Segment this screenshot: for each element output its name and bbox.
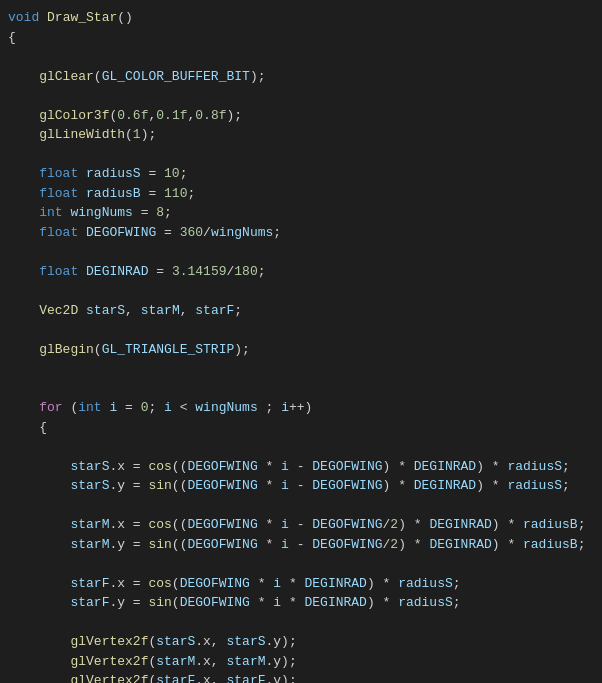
code-line: float radiusS = 10; — [0, 164, 602, 184]
code-line: { — [0, 418, 602, 438]
code-line: glClear(GL_COLOR_BUFFER_BIT); — [0, 67, 602, 87]
code-line: starM.y = sin((DEGOFWING * i - DEGOFWING… — [0, 535, 602, 555]
code-line: int wingNums = 8; — [0, 203, 602, 223]
code-line: starS.x = cos((DEGOFWING * i - DEGOFWING… — [0, 457, 602, 477]
code-line — [0, 145, 602, 165]
code-line: glVertex2f(starM.x, starM.y); — [0, 652, 602, 672]
code-line — [0, 554, 602, 574]
code-line — [0, 86, 602, 106]
code-line: glVertex2f(starS.x, starS.y); — [0, 632, 602, 652]
code-line — [0, 281, 602, 301]
code-line: starF.x = cos(DEGOFWING * i * DEGINRAD) … — [0, 574, 602, 594]
code-line — [0, 242, 602, 262]
code-line: starM.x = cos((DEGOFWING * i - DEGOFWING… — [0, 515, 602, 535]
code-line: glLineWidth(1); — [0, 125, 602, 145]
code-line — [0, 437, 602, 457]
code-line: glColor3f(0.6f,0.1f,0.8f); — [0, 106, 602, 126]
code-line: float DEGINRAD = 3.14159/180; — [0, 262, 602, 282]
code-line: starS.y = sin((DEGOFWING * i - DEGOFWING… — [0, 476, 602, 496]
code-line: { — [0, 28, 602, 48]
code-editor: void Draw_Star(){ glClear(GL_COLOR_BUFFE… — [0, 0, 602, 683]
code-line: for (int i = 0; i < wingNums ; i++) — [0, 398, 602, 418]
code-line: void Draw_Star() — [0, 8, 602, 28]
code-line: Vec2D starS, starM, starF; — [0, 301, 602, 321]
code-line — [0, 359, 602, 379]
code-line — [0, 613, 602, 633]
code-line: glVertex2f(starF.x, starF.y); — [0, 671, 602, 683]
code-line — [0, 496, 602, 516]
code-line: glBegin(GL_TRIANGLE_STRIP); — [0, 340, 602, 360]
code-line — [0, 47, 602, 67]
code-line: float DEGOFWING = 360/wingNums; — [0, 223, 602, 243]
code-line — [0, 320, 602, 340]
code-line: float radiusB = 110; — [0, 184, 602, 204]
code-line — [0, 379, 602, 399]
code-line: starF.y = sin(DEGOFWING * i * DEGINRAD) … — [0, 593, 602, 613]
